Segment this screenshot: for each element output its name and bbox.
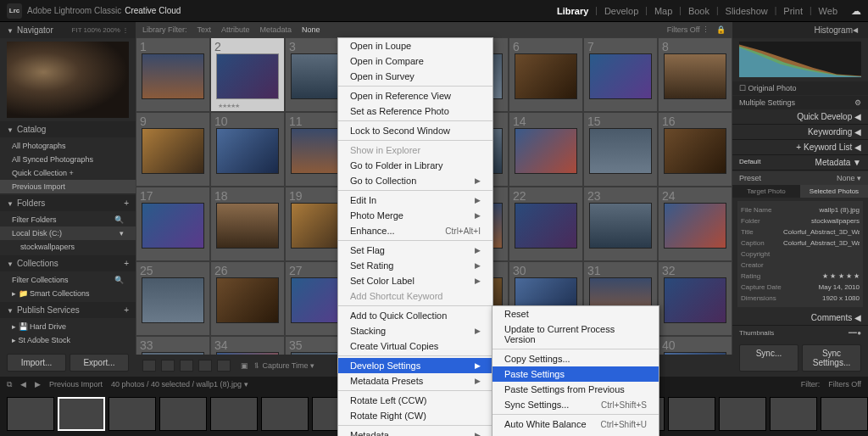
grid-cell[interactable]: 33	[136, 336, 210, 355]
metadata-row[interactable]: Creator	[741, 260, 860, 271]
filmstrip-thumb[interactable]	[668, 397, 715, 431]
menu-item[interactable]: Edit In▶	[338, 193, 492, 208]
menu-item[interactable]: Develop Settings▶	[338, 358, 492, 373]
menu-item[interactable]: Set Color Label▶	[338, 273, 492, 288]
filmstrip-thumb[interactable]	[159, 397, 207, 431]
grid-cell[interactable]: 1	[136, 37, 210, 112]
grid-cell[interactable]: 15	[583, 112, 658, 187]
import-button[interactable]: Import...	[7, 354, 66, 372]
publish-hd[interactable]: ▸ 💾 Hard Drive	[0, 320, 136, 333]
second-window-icon[interactable]: ⧉	[7, 380, 12, 389]
catalog-synced[interactable]: All Synced Photographs	[0, 153, 136, 166]
menu-item[interactable]: Update to Current Process Version	[492, 321, 659, 347]
module-print[interactable]: Print	[778, 6, 808, 16]
people-mode-icon[interactable]	[217, 360, 231, 372]
filters-off-filmstrip[interactable]: Filters Off	[828, 380, 861, 388]
grid-cell[interactable]: 26	[210, 261, 285, 336]
metadata-row[interactable]: Rating★ ★ ★ ★ ★	[741, 271, 860, 282]
menu-item[interactable]: Open in Loupe	[338, 38, 492, 53]
metadata-header[interactable]: Default Metadata ▼	[732, 155, 868, 170]
module-develop[interactable]: Develop	[599, 6, 643, 16]
catalog-all-photos[interactable]: All Photographs	[0, 139, 136, 153]
menu-item[interactable]: Lock to Second Window	[338, 123, 492, 138]
filter-attribute[interactable]: Attribute	[221, 25, 250, 34]
grid-cell[interactable]: 18	[210, 187, 285, 261]
filter-metadata[interactable]: Metadata	[260, 25, 292, 34]
filter-text[interactable]: Text	[198, 25, 212, 34]
menu-item[interactable]: Auto SettingsCtrl+U	[492, 432, 659, 436]
grid-cell[interactable]: 40	[658, 336, 732, 355]
folder-item[interactable]: stockwallpapers	[0, 240, 136, 254]
menu-item[interactable]: Photo Merge▶	[338, 208, 492, 223]
menu-item[interactable]: Copy Settings...	[492, 351, 659, 366]
metadata-row[interactable]: CaptionColorful_Abstract_3D_Wallpapers_J…	[741, 238, 860, 249]
grid-cell[interactable]: 6	[509, 37, 583, 112]
filters-off[interactable]: Filters Off ⋮	[667, 25, 709, 34]
menu-item[interactable]: Enhance...Ctrl+Alt+I	[338, 223, 492, 238]
grid-mode-icon[interactable]	[142, 360, 156, 372]
publish-stock[interactable]: ▸ St Adobe Stock	[0, 333, 136, 347]
filmstrip-thumb[interactable]	[58, 397, 105, 431]
keyword-list-header[interactable]: + Keyword List ◀	[732, 140, 868, 155]
comments-header[interactable]: Comments ◀	[732, 310, 868, 326]
tab-target-photo[interactable]: Target Photo	[732, 185, 800, 198]
menu-item[interactable]: Open in Survey	[338, 69, 492, 84]
metadata-row[interactable]: Folderstockwallpapers	[741, 215, 860, 226]
navigator-header[interactable]: ▼Navigator FIT 100% 200% ⋮	[0, 22, 136, 38]
filmstrip-thumb[interactable]	[821, 397, 868, 431]
menu-item[interactable]: Go to Folder in Library	[338, 158, 492, 173]
menu-item[interactable]: Metadata▶	[338, 428, 492, 436]
tab-selected-photos[interactable]: Selected Photos	[800, 185, 868, 198]
grid-cell[interactable]: 2★★★★★	[210, 37, 285, 112]
filmstrip-thumb[interactable]	[261, 397, 309, 431]
folder-filter[interactable]: Filter Folders🔍	[0, 213, 136, 226]
grid-cell[interactable]: 34	[210, 336, 285, 355]
menu-item[interactable]: Paste Settings from Previous	[492, 382, 659, 397]
nav-back-icon[interactable]: ◀	[20, 380, 26, 388]
metadata-row[interactable]: Dimensions1920 x 1080	[741, 293, 860, 304]
publish-header[interactable]: ▼Publish Services+	[0, 302, 136, 318]
filmstrip-thumb[interactable]	[7, 397, 54, 431]
module-web[interactable]: Web	[814, 6, 843, 16]
export-button[interactable]: Export...	[70, 354, 129, 372]
metadata-row[interactable]: Copyright	[741, 249, 860, 260]
navigator-preview[interactable]	[7, 42, 129, 118]
grid-cell[interactable]: 17	[136, 187, 210, 261]
grid-cell[interactable]: 14	[509, 112, 583, 187]
quick-develop-header[interactable]: Quick Develop ◀	[732, 109, 868, 125]
sort-dropdown[interactable]: ⥮ Capture Time ▾	[253, 361, 314, 370]
original-photo-row[interactable]: ☐ Original Photo	[732, 81, 868, 95]
filmstrip-thumb[interactable]	[719, 397, 766, 431]
catalog-quick[interactable]: Quick Collection +	[0, 166, 136, 180]
catalog-previous-import[interactable]: Previous Import	[0, 180, 136, 193]
grid-cell[interactable]: 10	[210, 112, 285, 187]
collection-smart[interactable]: ▸ 📁 Smart Collections	[0, 287, 136, 300]
filter-none[interactable]: None	[302, 25, 320, 34]
menu-item[interactable]: Set as Reference Photo	[338, 103, 492, 119]
grid-cell[interactable]: 22	[509, 187, 583, 261]
grid-cell[interactable]: 8	[658, 37, 732, 112]
menu-item[interactable]: Open in Reference View	[338, 88, 492, 103]
lock-icon[interactable]: 🔒	[716, 25, 726, 34]
grid-cell[interactable]: 25	[136, 261, 210, 336]
menu-item[interactable]: Metadata Presets▶	[338, 373, 492, 388]
menu-item[interactable]: Set Rating▶	[338, 258, 492, 273]
module-map[interactable]: Map	[649, 6, 677, 16]
metadata-row[interactable]: Capture DateMay 14, 2010	[741, 282, 860, 293]
grid-cell[interactable]: 23	[583, 187, 658, 261]
histogram-header[interactable]: Histogram ◀	[732, 22, 868, 38]
menu-item[interactable]: Sync Settings...Ctrl+Shift+S	[492, 397, 659, 412]
loupe-mode-icon[interactable]	[161, 360, 175, 372]
collections-header[interactable]: ▼Collections+	[0, 255, 136, 271]
folder-drive[interactable]: Local Disk (C:)▾	[0, 226, 136, 240]
menu-item[interactable]: Rotate Left (CCW)	[338, 393, 492, 408]
metadata-row[interactable]: TitleColorful_Abstract_3D_Wallpapers_Job…	[741, 226, 860, 238]
folders-header[interactable]: ▼Folders+	[0, 195, 136, 211]
module-slideshow[interactable]: Slideshow	[721, 6, 773, 16]
source-label[interactable]: Previous Import	[49, 380, 103, 388]
collection-filter[interactable]: Filter Collections🔍	[0, 273, 136, 287]
menu-item[interactable]: Set Flag▶	[338, 243, 492, 258]
menu-item[interactable]: Create Virtual Copies	[338, 338, 492, 354]
compare-mode-icon[interactable]	[180, 360, 193, 372]
filmstrip-thumb[interactable]	[770, 397, 817, 431]
